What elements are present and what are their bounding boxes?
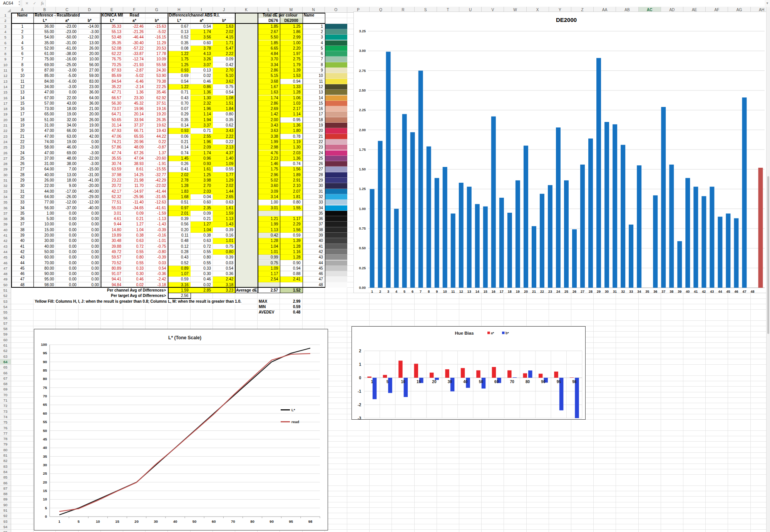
cell[interactable]: 1.21 — [258, 216, 280, 222]
cell[interactable]: 50.00 — [33, 249, 56, 255]
row-header-59[interactable]: 59 — [0, 332, 11, 337]
cell[interactable]: 9 — [303, 68, 325, 73]
row-header-10[interactable]: 10 — [0, 62, 11, 68]
cell[interactable]: -23.00 — [56, 24, 78, 29]
cell[interactable]: 0.95 — [280, 117, 302, 123]
cell[interactable]: 0.20 — [168, 227, 190, 233]
cell[interactable]: 0.39 — [213, 227, 235, 233]
cell[interactable]: 23 — [303, 145, 325, 150]
cell[interactable]: 1.30 — [191, 95, 213, 101]
row-header-26[interactable]: 26 — [0, 150, 11, 156]
cell[interactable]: 0.03 — [213, 260, 235, 266]
cell[interactable]: 34.00 — [56, 123, 78, 128]
cell[interactable]: -15.55 — [146, 167, 168, 172]
cell[interactable]: 1.01 — [258, 249, 280, 255]
cell[interactable]: 0.93 — [168, 68, 190, 73]
cell[interactable]: 20 — [303, 128, 325, 133]
cell[interactable]: 3.07 — [191, 62, 213, 68]
cell[interactable]: 26.00 — [33, 178, 56, 183]
cell[interactable]: -20.00 — [79, 183, 101, 188]
cell[interactable]: 1.27 — [191, 222, 213, 227]
cell[interactable]: 0.75 — [213, 84, 235, 90]
cell[interactable]: 0.43 — [168, 255, 190, 260]
cell[interactable]: 3.68 — [258, 79, 280, 84]
cell[interactable]: -40.00 — [79, 189, 101, 194]
cell[interactable]: -3.00 — [56, 68, 78, 73]
cell[interactable]: 64.71 — [101, 112, 123, 117]
cell[interactable]: 3.56 — [191, 35, 213, 40]
cell[interactable]: 24.30 — [146, 68, 168, 73]
cell[interactable]: 0.78 — [280, 134, 302, 139]
row-header-61[interactable]: 61 — [0, 343, 11, 348]
cell[interactable]: 4.61 — [101, 216, 123, 222]
cell[interactable]: 10.00 — [79, 57, 101, 62]
cell[interactable]: -34.65 — [123, 205, 146, 211]
cell[interactable]: 0.00 — [79, 222, 101, 227]
cell[interactable]: 2.03 — [191, 189, 213, 194]
cell[interactable]: 1.28 — [280, 244, 302, 249]
row-header-94[interactable]: 94 — [0, 524, 11, 530]
cell[interactable]: 0.00 — [79, 238, 101, 243]
cell[interactable]: 80.89 — [101, 266, 123, 271]
cell[interactable]: 31 — [303, 189, 325, 194]
cell[interactable]: 1.81 — [280, 194, 302, 200]
cell[interactable]: 42 — [11, 249, 33, 255]
row-header-83[interactable]: 83 — [0, 464, 11, 469]
function-fx-icon[interactable]: fx — [38, 0, 46, 7]
row-header-50[interactable]: 50 — [0, 282, 11, 288]
cell[interactable]: 13.00 — [56, 172, 78, 178]
cell[interactable]: 40.00 — [33, 172, 56, 178]
cell[interactable]: -38.00 — [56, 51, 78, 57]
cell[interactable]: 11.29 — [146, 40, 168, 46]
row-header-68[interactable]: 68 — [0, 381, 11, 387]
cell[interactable]: 10 — [11, 73, 33, 78]
row-header-64[interactable]: 64 — [0, 359, 11, 365]
cell[interactable]: 5.15 — [258, 73, 280, 78]
cell[interactable]: 12 — [11, 84, 33, 90]
cell[interactable]: 11 — [303, 79, 325, 84]
cell[interactable]: 0.54 — [146, 266, 168, 271]
row-header-20[interactable]: 20 — [0, 117, 11, 123]
cell[interactable]: 2 — [11, 29, 33, 35]
cell[interactable]: 1.74 — [191, 29, 213, 35]
cell[interactable]: 58.00 — [33, 145, 56, 150]
cell[interactable]: 0.43 — [168, 95, 190, 101]
row-header-19[interactable]: 19 — [0, 112, 11, 117]
cell[interactable]: -23.00 — [56, 29, 78, 35]
cell[interactable]: 35 — [303, 211, 325, 216]
cell[interactable]: 1.37 — [146, 150, 168, 156]
cell[interactable]: 26 — [11, 161, 33, 167]
cell[interactable]: 36 — [11, 216, 33, 222]
cell[interactable]: 0.14 — [168, 145, 190, 150]
cell[interactable]: 19.00 — [56, 112, 78, 117]
cell[interactable]: 3.63 — [258, 128, 280, 133]
cell[interactable]: 14.80 — [101, 227, 123, 233]
column-header-A[interactable]: A — [11, 7, 33, 13]
cell[interactable]: 0.80 — [123, 255, 146, 260]
cell[interactable]: 2.03 — [280, 150, 302, 156]
cell[interactable]: 94.41 — [101, 277, 123, 282]
cell[interactable]: 1.08 — [213, 95, 235, 101]
cell[interactable]: 27.00 — [79, 68, 101, 73]
cell[interactable]: 7.00 — [56, 167, 78, 172]
cell[interactable]: 0.00 — [56, 227, 78, 233]
cell[interactable]: 0.94 — [280, 266, 302, 271]
cell[interactable]: -31.00 — [56, 40, 78, 46]
cell[interactable]: 37 — [11, 222, 33, 227]
cell[interactable]: 1.28 — [258, 238, 280, 243]
cell[interactable]: -22.00 — [79, 156, 101, 161]
cell[interactable]: 25 — [303, 156, 325, 161]
cell[interactable]: 2.75 — [280, 57, 302, 62]
cell[interactable]: 0.22 — [146, 139, 168, 145]
cell[interactable]: 1.39 — [280, 68, 302, 73]
cell[interactable]: 47.00 — [33, 134, 56, 139]
cell[interactable]: -33.87 — [123, 51, 146, 57]
cell[interactable]: 50.65 — [101, 117, 123, 123]
cell[interactable]: 0.28 — [168, 249, 190, 255]
cell[interactable]: 62.32 — [101, 194, 123, 200]
row-header-4[interactable]: 4 — [0, 29, 11, 35]
cell[interactable]: -1.43 — [146, 222, 168, 227]
cell[interactable]: 21.98 — [123, 178, 146, 183]
cell[interactable]: 0.63 — [123, 238, 146, 243]
cell[interactable]: 0.71 — [168, 90, 190, 95]
